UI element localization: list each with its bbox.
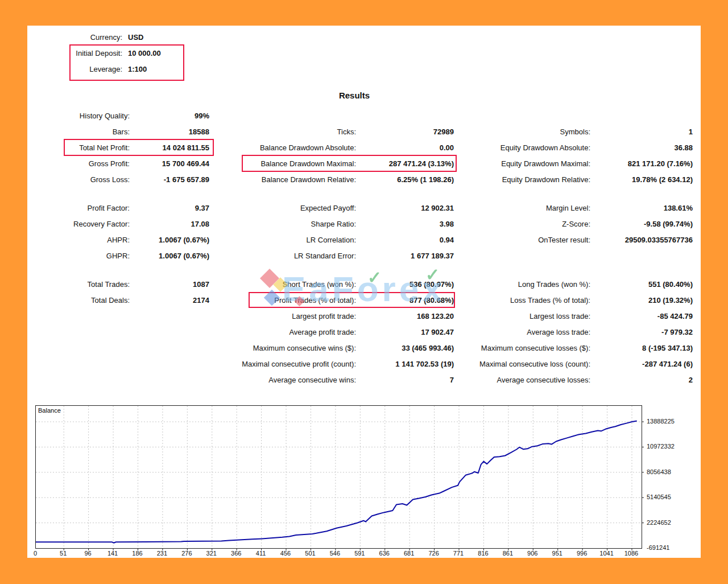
stat-label: Gross Loss: bbox=[39, 175, 130, 184]
stat-row: Average loss trade:-7 979.32 bbox=[460, 324, 693, 340]
x-tick-label: 726 bbox=[428, 550, 439, 557]
initial-deposit-row: Initial Deposit: 10 000.00 bbox=[39, 45, 161, 61]
stat-row: Margin Level:138.61% bbox=[460, 200, 693, 216]
stat-row: Maximal consecutive profit (count):1 141… bbox=[218, 356, 454, 372]
stat-value: -287 471.24 (6) bbox=[590, 360, 693, 368]
stat-label: Short Trades (won %): bbox=[218, 280, 356, 289]
stat-value: 33 (465 993.46) bbox=[356, 344, 454, 352]
stats-col2-trades: Short Trades (won %):536 (80.97%)Profit … bbox=[218, 276, 454, 388]
x-tick-label: 51 bbox=[60, 550, 67, 557]
stat-row: Total Net Profit:14 024 811.55 bbox=[39, 139, 209, 155]
stat-row: Balance Drawdown Relative:6.25% (1 198.2… bbox=[218, 171, 454, 187]
x-tick-label: 951 bbox=[552, 550, 562, 557]
stats-col3-ratios: Margin Level:138.61%Z-Score:-9.58 (99.74… bbox=[460, 200, 693, 264]
stat-row: LR Standard Error:1 677 189.37 bbox=[218, 248, 454, 264]
stat-row: OnTester result:29509.03355767736 bbox=[460, 232, 693, 248]
y-tick-label: -691241 bbox=[647, 544, 669, 551]
stat-row: Ticks:72989 bbox=[218, 124, 454, 139]
stat-value: 36.88 bbox=[590, 143, 693, 152]
stat-label: Recovery Factor: bbox=[39, 220, 130, 228]
stat-row: Short Trades (won %):536 (80.97%) bbox=[218, 276, 454, 292]
stat-label: OnTester result: bbox=[460, 236, 590, 244]
stat-row: Balance Drawdown Absolute:0.00 bbox=[218, 139, 454, 155]
stat-value: 1.0067 (0.67%) bbox=[130, 236, 209, 244]
stat-row: Average consecutive wins:7 bbox=[218, 372, 454, 388]
stat-label: Average loss trade: bbox=[460, 328, 590, 336]
stat-value: 8 (-195 347.13) bbox=[590, 344, 693, 352]
stat-label: Balance Drawdown Absolute: bbox=[218, 143, 356, 152]
stats-col1-ratios: Profit Factor:9.37Recovery Factor:17.08A… bbox=[39, 200, 209, 264]
account-info: Currency: USD Initial Deposit: 10 000.00… bbox=[39, 29, 161, 77]
stat-value: 17.08 bbox=[130, 220, 209, 228]
stat-row: Largest profit trade:168 123.20 bbox=[218, 308, 454, 324]
x-tick-label: 546 bbox=[330, 550, 340, 557]
stat-row: Sharpe Ratio:3.98 bbox=[218, 216, 454, 232]
initial-deposit-value: 10 000.00 bbox=[128, 49, 161, 57]
stat-label: Maximal consecutive profit (count): bbox=[218, 360, 356, 368]
stat-row bbox=[460, 108, 693, 124]
stat-label: Maximum consecutive losses ($): bbox=[460, 344, 590, 352]
y-tick-label: 13888225 bbox=[647, 418, 675, 425]
stat-label: Largest loss trade: bbox=[460, 312, 590, 320]
stat-row: Average consecutive losses:2 bbox=[460, 372, 693, 388]
x-tick-label: 366 bbox=[231, 550, 241, 557]
stat-label: AHPR: bbox=[39, 236, 130, 244]
stat-row: Maximum consecutive wins ($):33 (465 993… bbox=[218, 340, 454, 356]
currency-row: Currency: USD bbox=[39, 29, 161, 45]
report-content: Currency: USD Initial Deposit: 10 000.00… bbox=[27, 26, 701, 558]
stat-value: 1.0067 (0.67%) bbox=[130, 252, 209, 260]
y-tick-label: 10972332 bbox=[647, 443, 675, 450]
stat-row: Gross Profit:15 700 469.44 bbox=[39, 155, 209, 171]
stat-value: 1 141 702.53 (19) bbox=[356, 360, 454, 368]
x-tick-label: 141 bbox=[107, 550, 118, 557]
stat-label: Equity Drawdown Maximal: bbox=[460, 159, 590, 168]
x-tick-label: 906 bbox=[527, 550, 537, 557]
stat-value: 99% bbox=[130, 112, 209, 120]
balance-chart: Balance bbox=[35, 405, 642, 549]
x-tick-label: 996 bbox=[577, 550, 587, 557]
stat-label: Ticks: bbox=[218, 128, 356, 136]
stats-col2-overview: Ticks:72989Balance Drawdown Absolute:0.0… bbox=[218, 108, 454, 187]
stat-label: Sharpe Ratio: bbox=[218, 220, 356, 228]
stat-row: Equity Drawdown Absolute:36.88 bbox=[460, 139, 693, 155]
stat-value: 17 902.47 bbox=[356, 328, 454, 336]
leverage-label: Leverage: bbox=[39, 65, 122, 73]
stat-value: 877 (80.68%) bbox=[356, 296, 454, 305]
stat-label: Average consecutive wins: bbox=[218, 376, 356, 384]
stat-row: Total Trades:1087 bbox=[39, 276, 209, 292]
x-tick-label: 96 bbox=[85, 550, 92, 557]
stat-value: 72989 bbox=[356, 128, 454, 136]
x-tick-label: 816 bbox=[478, 550, 488, 557]
x-tick-label: 276 bbox=[181, 550, 192, 557]
y-tick-label: 2224652 bbox=[647, 519, 671, 526]
x-tick-label: 681 bbox=[404, 550, 414, 557]
stat-label: Profit Factor: bbox=[39, 204, 130, 212]
stat-value: 551 (80.40%) bbox=[590, 280, 693, 289]
stat-label: Margin Level: bbox=[460, 204, 590, 212]
stat-value: 2174 bbox=[130, 296, 209, 305]
balance-chart-label: Balance bbox=[38, 407, 61, 414]
report-page: { "colors": { "frame": "#ff9933", "highl… bbox=[0, 0, 728, 584]
stat-label: Z-Score: bbox=[460, 220, 590, 228]
stat-row: Average profit trade:17 902.47 bbox=[218, 324, 454, 340]
stat-row: Expected Payoff:12 902.31 bbox=[218, 200, 454, 216]
stat-row: Gross Loss:-1 675 657.89 bbox=[39, 171, 209, 187]
stat-value: 0.00 bbox=[356, 143, 454, 152]
stat-label: Symbols: bbox=[460, 128, 590, 136]
stat-value: 2 bbox=[590, 376, 693, 384]
stat-value: 3.98 bbox=[356, 220, 454, 228]
x-tick-label: 636 bbox=[379, 550, 390, 557]
stat-value: -1 675 657.89 bbox=[130, 175, 209, 184]
stat-label: Maximum consecutive wins ($): bbox=[218, 344, 356, 352]
stat-row: LR Correlation:0.94 bbox=[218, 232, 454, 248]
stat-value: 6.25% (1 198.26) bbox=[356, 175, 454, 184]
stat-value: 1 677 189.37 bbox=[356, 252, 454, 260]
stat-row: Balance Drawdown Maximal:287 471.24 (3.1… bbox=[218, 155, 454, 171]
stat-row: Maximum consecutive losses ($):8 (-195 3… bbox=[460, 340, 693, 356]
stat-row: AHPR:1.0067 (0.67%) bbox=[39, 232, 209, 248]
initial-deposit-label: Initial Deposit: bbox=[39, 49, 122, 57]
stat-row: Equity Drawdown Relative:19.78% (2 634.1… bbox=[460, 171, 693, 187]
stat-label: Expected Payoff: bbox=[218, 204, 356, 212]
stat-label: Largest profit trade: bbox=[218, 312, 356, 320]
stat-row bbox=[218, 108, 454, 124]
